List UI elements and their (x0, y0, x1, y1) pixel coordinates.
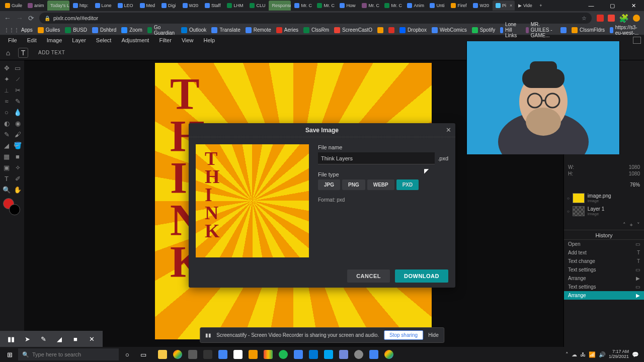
browser-tab[interactable]: CLU (247, 1, 268, 11)
pen-icon[interactable]: ✎ (35, 331, 51, 347)
panel-toggle-icon[interactable] (633, 37, 641, 44)
bookmark[interactable] (560, 27, 567, 33)
taskbar-app[interactable] (307, 348, 320, 361)
select-tool-icon[interactable]: ▭ (13, 62, 23, 73)
onedrive-icon[interactable]: ☁ (572, 351, 577, 358)
pause-icon[interactable]: ▮▮ (3, 331, 19, 347)
liquify-tool-icon[interactable]: ≈ (2, 96, 12, 107)
bookmark[interactable]: BUSD (65, 27, 87, 33)
filetype-png[interactable]: PNG (342, 179, 365, 190)
filetype-webp[interactable]: WEBP (367, 179, 394, 190)
bookmark[interactable] (377, 27, 383, 33)
taskbar-app[interactable] (322, 348, 335, 361)
browser-tab[interactable]: anim (25, 1, 47, 11)
taskbar-app[interactable] (277, 348, 290, 361)
star-icon[interactable]: ☆ (582, 15, 587, 22)
disperse-tool-icon[interactable]: ✧ (13, 162, 23, 173)
picker-tool-icon[interactable]: ✐ (13, 173, 23, 184)
browser-tab[interactable]: How (337, 1, 358, 11)
zoom-level[interactable]: 76% (564, 180, 644, 190)
extension-icon[interactable] (597, 15, 604, 22)
taskbar-app[interactable] (367, 348, 380, 361)
browser-tab[interactable]: Anim (404, 1, 426, 11)
history-item[interactable]: Text changeT (564, 257, 644, 265)
close-window-button[interactable]: ✕ (625, 1, 642, 11)
browser-tab[interactable]: LHM (224, 1, 246, 11)
browser-tab[interactable]: Mr. C (291, 1, 313, 11)
menu-view[interactable]: View (177, 36, 199, 45)
menu-help[interactable]: Help (199, 36, 220, 45)
bookmark[interactable]: Zoom (121, 27, 142, 33)
history-item[interactable]: Arrange▶ (564, 274, 644, 283)
menu-file[interactable]: File (3, 36, 22, 45)
menu-image[interactable]: Image (42, 36, 67, 45)
profile-avatar[interactable] (633, 15, 640, 22)
taskbar-clock[interactable]: 7:17 AM 1/29/2021 (609, 349, 629, 359)
bookmark[interactable]: https://s3-eu-west-... (610, 25, 640, 36)
home-icon[interactable]: ⌂ (3, 48, 13, 58)
pointer-icon[interactable]: ➤ (19, 331, 35, 347)
crop-tool-icon[interactable]: ⟂ (2, 84, 12, 96)
brush-tool-icon[interactable]: 🖌 (13, 129, 23, 140)
browser-tab[interactable]: LEO (115, 1, 136, 11)
filetype-jpg[interactable]: JPG (318, 179, 340, 190)
browser-tab[interactable]: W20 (180, 1, 202, 11)
cancel-button[interactable]: CANCEL (347, 269, 390, 283)
menu-select[interactable]: Select (91, 36, 117, 45)
browser-tab[interactable]: Mr. C (381, 1, 404, 11)
browser-tab[interactable]: ▶Vide (515, 1, 535, 11)
layer-down-icon[interactable]: ˅ (637, 222, 640, 228)
bookmark[interactable]: ⋮⋮⋮Apps (4, 27, 33, 33)
bookmark[interactable]: Outlook (181, 27, 206, 33)
history-item[interactable]: Open▭ (564, 240, 644, 248)
close-icon[interactable]: ✕ (84, 331, 100, 347)
extensions-menu-icon[interactable]: 🧩 (619, 14, 629, 23)
menu-adjustment[interactable]: Adjustment (116, 36, 154, 45)
bookmark[interactable]: WebComics (432, 27, 467, 33)
reload-button[interactable]: ⟳ (28, 14, 34, 22)
browser-tab[interactable]: Guile (2, 1, 24, 11)
text-tool-icon[interactable]: T (18, 48, 28, 58)
taskbar-app[interactable] (292, 348, 305, 361)
filename-input[interactable] (318, 152, 435, 164)
bookmark[interactable]: ClssRm (303, 27, 329, 33)
fill-tool-icon[interactable]: 🪣 (13, 140, 23, 151)
menu-filter[interactable]: Filter (154, 36, 176, 45)
browser-tab[interactable]: Lone (92, 1, 114, 11)
taskbar-app[interactable] (262, 348, 275, 361)
hand-tool-icon[interactable]: ✋ (13, 184, 23, 195)
extension-icon[interactable] (608, 15, 615, 22)
taskbar-app[interactable] (186, 348, 199, 361)
bookmark[interactable]: Aeries (276, 27, 298, 33)
clone-tool-icon[interactable]: ○ (2, 107, 12, 118)
gradient-tool-icon[interactable]: ▦ (2, 151, 12, 162)
cortana-icon[interactable]: ○ (120, 347, 135, 362)
background-color[interactable] (9, 204, 20, 215)
download-button[interactable]: DOWNLOAD (395, 269, 448, 283)
taskbar-app[interactable] (352, 348, 365, 361)
wand-tool-icon[interactable]: ✦ (2, 73, 12, 84)
browser-tab[interactable]: Today's Lesson (47, 1, 69, 11)
sponge-tool-icon[interactable]: ◉ (13, 118, 23, 129)
browser-tab[interactable]: Responses (269, 1, 291, 11)
bookmark[interactable]: Dropbox (399, 27, 427, 33)
visibility-icon[interactable]: ○ (567, 196, 570, 201)
eraser-icon[interactable]: ◢ (51, 331, 67, 347)
zoom-tool-icon[interactable]: 🔍 (2, 184, 12, 195)
add-text-button[interactable]: ADD TEXT (33, 48, 70, 57)
bookmark[interactable]: Dshbrd (92, 27, 116, 33)
browser-tab[interactable]: Med (137, 1, 158, 11)
browser-tab[interactable]: Digi (158, 1, 179, 11)
wifi-icon[interactable]: 📶 (589, 351, 596, 358)
browser-tab[interactable]: http: (70, 1, 92, 11)
browser-tab[interactable]: Unti (427, 1, 447, 11)
shape-tool-icon[interactable]: ■ (13, 151, 23, 162)
bookmark[interactable] (388, 27, 394, 33)
browser-tab[interactable]: Mr. C (359, 1, 381, 11)
layer-item[interactable]: ○ Layer 1Image (564, 205, 644, 218)
history-item[interactable]: Add textT (564, 248, 644, 257)
taskbar-app[interactable] (337, 348, 350, 361)
bookmark[interactable]: Remote (246, 27, 271, 33)
hide-share-button[interactable]: Hide (428, 332, 439, 338)
color-swatches[interactable] (1, 198, 23, 216)
